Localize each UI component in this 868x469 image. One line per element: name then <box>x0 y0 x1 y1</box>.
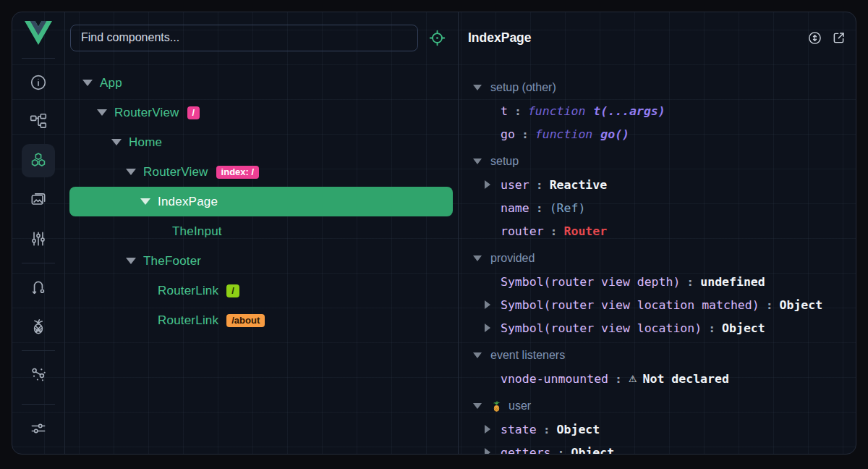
expander-arrow-icon[interactable] <box>111 139 129 145</box>
chevron-right-icon <box>485 324 490 332</box>
sidebar-item-settings[interactable] <box>22 412 55 445</box>
state-row-user[interactable]: user:Reactive <box>459 173 856 196</box>
component-name: RouterView <box>143 165 208 179</box>
expander-arrow-icon[interactable] <box>485 180 501 189</box>
vue-devtools-window: AppRouterView/HomeRouterViewindex: /Inde… <box>12 12 856 455</box>
expander-arrow-icon[interactable] <box>82 80 100 86</box>
expander-arrow-icon[interactable] <box>126 169 143 175</box>
section-header[interactable]: user <box>459 394 856 418</box>
tree-node-routerview[interactable]: RouterView/ <box>69 98 453 127</box>
tree-indent <box>69 172 126 172</box>
state-row-go[interactable]: go:functiongo() <box>459 122 856 145</box>
tree-indent <box>69 201 140 202</box>
sidebar-item-assets[interactable] <box>22 183 55 216</box>
expand-collapse-icon[interactable] <box>807 30 822 46</box>
tree-indent <box>69 261 126 261</box>
sidebar-divider <box>22 350 55 351</box>
section-label: event listeners <box>490 349 565 362</box>
sidebar-nav <box>12 63 64 394</box>
chevron-down-icon <box>97 109 107 116</box>
function-signature: t(...args) <box>593 104 665 118</box>
expander-arrow-icon[interactable] <box>126 258 143 264</box>
section-label: setup (other) <box>490 81 556 94</box>
chevron-right-icon <box>485 425 490 434</box>
tree-node-routerlink[interactable]: RouterLink/ <box>69 276 453 305</box>
state-row-router[interactable]: router:Router <box>459 219 856 242</box>
section-header[interactable]: provided <box>459 247 856 270</box>
tree-node-app[interactable]: App <box>69 68 453 98</box>
sidebar-bottom <box>12 400 64 454</box>
tree-node-thefooter[interactable]: TheFooter <box>69 246 453 276</box>
expander-arrow-icon[interactable] <box>97 109 114 116</box>
tree-indent <box>69 290 140 291</box>
tree-indent <box>69 83 82 83</box>
state-row-vnode-unmounted[interactable]: vnode-unmounted:⚠Not declared <box>459 367 856 390</box>
section-header[interactable]: setup (other) <box>459 76 856 99</box>
sidebar-divider <box>22 58 55 59</box>
sidebar-item-router[interactable] <box>22 271 55 304</box>
state-key: router <box>501 224 544 238</box>
state-row-name[interactable]: name:(Ref) <box>459 196 856 219</box>
key-value-separator: : <box>550 224 558 238</box>
key-value-separator: : <box>522 127 529 141</box>
pinia-pineapple-icon <box>490 400 503 413</box>
state-row-getters[interactable]: getters:Object <box>459 441 856 454</box>
sidebar-item-graph[interactable] <box>22 358 55 392</box>
component-name: RouterLink <box>158 284 218 298</box>
route-badge: / <box>226 284 239 297</box>
info-circle-icon <box>29 73 48 92</box>
expander-arrow-icon[interactable] <box>485 448 501 454</box>
component-inspector-target-icon[interactable] <box>428 29 446 47</box>
state-row-symbol-router-view-depth-[interactable]: Symbol(router view depth):undefined <box>459 270 856 293</box>
state-value: Object <box>571 446 614 455</box>
tree-node-routerlink[interactable]: RouterLink/about <box>69 305 453 335</box>
state-row-t[interactable]: t:functiont(...args) <box>459 99 856 122</box>
state-row-symbol-router-view-location-[interactable]: Symbol(router view location):Object <box>459 316 856 339</box>
state-key: user <box>501 178 529 192</box>
components-hexagons-icon <box>29 151 48 170</box>
state-value: Not declared <box>643 372 729 386</box>
function-keyword: function <box>528 104 585 118</box>
state-key: Symbol(router view depth) <box>501 275 680 289</box>
state-section-user: userstate:Objectgetters:Object <box>459 394 856 454</box>
section-label: setup <box>490 155 519 168</box>
state-key: Symbol(router view location) <box>501 321 702 335</box>
tree-node-indexpage[interactable]: IndexPage <box>69 187 453 216</box>
tree-node-theinput[interactable]: TheInput <box>69 216 453 246</box>
function-keyword: function <box>535 127 592 141</box>
expander-arrow-icon[interactable] <box>485 300 501 309</box>
sidebar <box>12 12 65 454</box>
key-value-separator: : <box>514 104 522 118</box>
sidebar-item-timeline[interactable] <box>22 222 55 255</box>
function-signature: go() <box>600 127 629 141</box>
sidebar-item-pages[interactable] <box>22 105 55 138</box>
key-value-separator: : <box>766 298 773 312</box>
chevron-down-icon <box>473 403 482 409</box>
route-badge: /about <box>226 314 265 327</box>
sidebar-item-overview[interactable] <box>22 66 55 99</box>
expander-arrow-icon[interactable] <box>485 324 501 332</box>
state-row-state[interactable]: state:Object <box>459 418 856 441</box>
pinia-pineapple-icon <box>29 317 48 336</box>
section-header[interactable]: event listeners <box>459 344 856 367</box>
state-key: t <box>501 104 508 118</box>
section-label: provided <box>490 252 535 265</box>
assets-images-icon <box>29 190 48 209</box>
state-key: name <box>501 201 529 215</box>
section-header[interactable]: setup <box>459 150 856 173</box>
expander-arrow-icon[interactable] <box>140 198 158 205</box>
state-value: undefined <box>700 275 765 289</box>
state-row-symbol-router-view-location-matched-[interactable]: Symbol(router view location matched):Obj… <box>459 293 856 316</box>
chevron-down-icon <box>473 352 482 358</box>
expander-arrow-icon[interactable] <box>485 425 501 434</box>
tree-node-home[interactable]: Home <box>69 127 453 157</box>
details-header: IndexPage <box>459 12 856 63</box>
open-in-editor-icon[interactable] <box>831 30 846 46</box>
search-input[interactable] <box>70 25 418 51</box>
chevron-down-icon <box>473 255 482 261</box>
state-value: (Ref) <box>550 201 586 215</box>
sidebar-item-components[interactable] <box>22 144 55 177</box>
sidebar-item-pinia[interactable] <box>22 310 55 343</box>
tree-node-routerview[interactable]: RouterViewindex: / <box>69 157 453 187</box>
vue-logo-icon[interactable] <box>12 12 64 54</box>
